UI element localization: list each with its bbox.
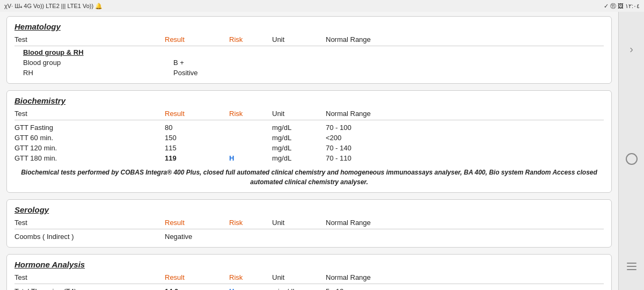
cell-4: 70 - 100 bbox=[326, 124, 406, 132]
cell-3: mg/dL bbox=[272, 134, 326, 142]
col-header-0: Test bbox=[14, 35, 165, 44]
right-sidebar: › bbox=[618, 0, 644, 290]
cell-0: Blood group bbox=[23, 59, 173, 67]
cell-3 bbox=[281, 59, 334, 67]
col-header-2: Risk bbox=[229, 273, 272, 281]
table-row: GTT 60 min.150mg/dL<200 bbox=[14, 133, 604, 143]
cell-4 bbox=[334, 59, 415, 67]
section-hematology: HematologyTestResultRiskUnitNormal Range… bbox=[6, 16, 612, 84]
section-note: Biochemical tests performed by COBAS Int… bbox=[14, 168, 604, 187]
circle-icon bbox=[626, 153, 638, 165]
cell-3: mg/dL bbox=[272, 154, 326, 162]
status-right: ✓ ⑪ 🖼 ١٢:٠٤ bbox=[604, 2, 640, 10]
col-header-1: Result bbox=[165, 273, 229, 281]
cell-1: 115 bbox=[165, 144, 229, 152]
table-header-hormone-analysis: TestResultRiskUnitNormal Range bbox=[14, 273, 604, 284]
col-header-4: Normal Range bbox=[326, 219, 406, 227]
cell-4: 70 - 110 bbox=[326, 154, 406, 162]
table-header-serology: TestResultRiskUnitNormal Range bbox=[14, 219, 604, 229]
cell-2 bbox=[238, 59, 281, 67]
status-right-text: ✓ ⑪ 🖼 ١٢:٠٤ bbox=[604, 2, 640, 10]
col-header-2: Risk bbox=[229, 35, 272, 44]
col-header-1: Result bbox=[165, 35, 229, 44]
section-title-hormone-analysis: Hormone Analysis bbox=[14, 260, 604, 269]
cell-2 bbox=[229, 233, 272, 241]
table-row: GTT 180 min.119Hmg/dL70 - 110 bbox=[14, 153, 604, 163]
main-content[interactable]: HematologyTestResultRiskUnitNormal Range… bbox=[0, 12, 618, 290]
col-header-3: Unit bbox=[272, 35, 326, 44]
cell-2: H bbox=[229, 154, 272, 162]
cell-1: 150 bbox=[165, 134, 229, 142]
cell-0: GTT Fasting bbox=[14, 124, 165, 132]
col-header-1: Result bbox=[165, 219, 229, 227]
cell-0: GTT 60 min. bbox=[14, 134, 165, 142]
table-header-hematology: TestResultRiskUnitNormal Range bbox=[14, 35, 604, 46]
table-row: Coombs ( Indirect )Negative bbox=[14, 231, 604, 242]
cell-4: <200 bbox=[326, 134, 406, 142]
cell-2: H bbox=[229, 287, 272, 290]
cell-0: GTT 180 min. bbox=[14, 154, 165, 162]
section-serology: SerologyTestResultRiskUnitNormal RangeCo… bbox=[6, 199, 612, 248]
col-header-4: Normal Range bbox=[326, 273, 406, 281]
cell-1: B + bbox=[173, 59, 238, 67]
cell-1: 14.0 bbox=[165, 287, 229, 290]
col-header-2: Risk bbox=[229, 219, 272, 227]
col-header-3: Unit bbox=[272, 273, 326, 281]
col-header-0: Test bbox=[14, 273, 165, 281]
cell-0: Coombs ( Indirect ) bbox=[14, 233, 165, 241]
status-left: χV· Ш₄ 4G Vo)) LTE2 ||| LTE1 Vo)) 🔔 bbox=[4, 3, 103, 10]
table-row: Blood groupB + bbox=[14, 57, 604, 68]
table-row: GTT Fasting80mg/dL70 - 100 bbox=[14, 122, 604, 133]
cell-4 bbox=[326, 233, 406, 241]
col-header-3: Unit bbox=[272, 219, 326, 227]
cell-4 bbox=[334, 69, 415, 77]
section-biochemistry: BiochemistryTestResultRiskUnitNormal Ran… bbox=[6, 90, 612, 193]
col-header-0: Test bbox=[14, 110, 165, 118]
cell-2 bbox=[229, 134, 272, 142]
cell-0: RH bbox=[23, 69, 173, 77]
cell-4: 5 - 12 bbox=[326, 287, 406, 290]
cell-1: 80 bbox=[165, 124, 229, 132]
cell-3 bbox=[281, 69, 334, 77]
table-row: Total Thyroxine (T4)14.0Hmicg/dL5 - 12 bbox=[14, 286, 604, 290]
table-row: GTT 120 min.115mg/dL70 - 140 bbox=[14, 143, 604, 153]
cell-2 bbox=[229, 124, 272, 132]
section-title-biochemistry: Biochemistry bbox=[14, 96, 604, 105]
cell-1: 119 bbox=[165, 154, 229, 162]
col-header-2: Risk bbox=[229, 110, 272, 118]
col-header-3: Unit bbox=[272, 110, 326, 118]
table-row: RHPositive bbox=[14, 68, 604, 78]
col-header-4: Normal Range bbox=[326, 110, 406, 118]
cell-0: Total Thyroxine (T4) bbox=[14, 287, 165, 290]
cell-3: mg/dL bbox=[272, 144, 326, 152]
table-header-biochemistry: TestResultRiskUnitNormal Range bbox=[14, 110, 604, 120]
section-hormone-analysis: Hormone AnalysisTestResultRiskUnitNormal… bbox=[6, 254, 612, 290]
status-bar: χV· Ш₄ 4G Vo)) LTE2 ||| LTE1 Vo)) 🔔 ✓ ⑪ … bbox=[0, 0, 644, 12]
cell-3: mg/dL bbox=[272, 124, 326, 132]
section-title-hematology: Hematology bbox=[14, 22, 604, 31]
cell-2 bbox=[238, 69, 281, 77]
chevron-right-icon[interactable]: › bbox=[630, 43, 633, 55]
cell-1: Negative bbox=[165, 233, 229, 241]
col-header-4: Normal Range bbox=[326, 35, 406, 44]
col-header-0: Test bbox=[14, 219, 165, 227]
section-title-serology: Serology bbox=[14, 205, 604, 214]
menu-lines-icon bbox=[627, 263, 636, 270]
status-left-text: χV· Ш₄ 4G Vo)) LTE2 ||| LTE1 Vo)) 🔔 bbox=[4, 3, 103, 10]
cell-3: micg/dL bbox=[272, 287, 326, 290]
phone-frame: χV· Ш₄ 4G Vo)) LTE2 ||| LTE1 Vo)) 🔔 ✓ ⑪ … bbox=[0, 0, 644, 290]
cell-3 bbox=[272, 233, 326, 241]
cell-4: 70 - 140 bbox=[326, 144, 406, 152]
col-header-1: Result bbox=[165, 110, 229, 118]
cell-2 bbox=[229, 144, 272, 152]
sub-header: Blood group & RH bbox=[23, 48, 604, 56]
cell-1: Positive bbox=[173, 69, 238, 77]
cell-0: GTT 120 min. bbox=[14, 144, 165, 152]
